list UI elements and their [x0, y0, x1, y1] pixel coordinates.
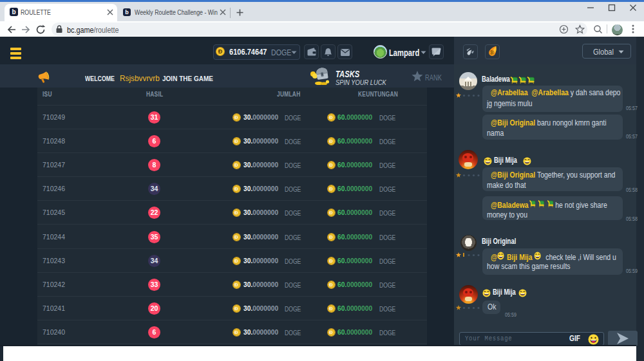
svg-text:₿: ₿: [490, 50, 493, 55]
